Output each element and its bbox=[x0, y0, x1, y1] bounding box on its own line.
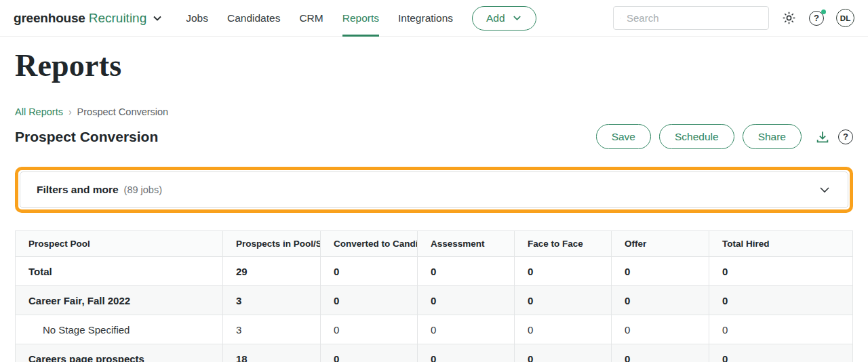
report-header-row: Prospect Conversion SaveScheduleShare ? bbox=[15, 124, 853, 149]
share-button[interactable]: Share bbox=[743, 124, 802, 149]
question-mark-icon: ? bbox=[838, 129, 853, 144]
value-cell: 29 bbox=[223, 257, 321, 286]
add-button-label: Add bbox=[486, 12, 505, 24]
report-help-icon[interactable]: ? bbox=[838, 129, 853, 144]
value-cell: 0 bbox=[418, 315, 515, 344]
action-buttons: SaveScheduleShare bbox=[596, 124, 802, 149]
value-cell: 0 bbox=[709, 315, 853, 344]
nav-item-candidates[interactable]: Candidates bbox=[227, 0, 280, 37]
add-button[interactable]: Add bbox=[472, 6, 536, 31]
value-cell: 0 bbox=[321, 257, 418, 286]
prospect-pool-cell: Total bbox=[16, 257, 223, 286]
filters-accordion[interactable]: Filters and more (89 jobs) bbox=[20, 172, 848, 208]
settings-gear-icon[interactable] bbox=[781, 10, 797, 26]
value-cell: 18 bbox=[223, 344, 321, 362]
nav-item-crm[interactable]: CRM bbox=[299, 0, 323, 37]
avatar-initials: DL bbox=[840, 14, 850, 22]
schedule-button[interactable]: Schedule bbox=[659, 124, 734, 149]
filters-job-count: (89 jobs) bbox=[124, 184, 162, 195]
value-cell: 0 bbox=[709, 286, 853, 315]
value-cell: 3 bbox=[223, 286, 321, 315]
table-row: Careers page prospects1800000 bbox=[16, 344, 853, 362]
value-cell: 0 bbox=[612, 344, 709, 362]
breadcrumb-all-reports[interactable]: All Reports bbox=[15, 106, 63, 117]
search-input[interactable] bbox=[627, 12, 762, 24]
column-header: Converted to Candi bbox=[321, 231, 418, 257]
value-cell: 3 bbox=[223, 315, 321, 344]
table-row: Total2900000 bbox=[16, 257, 853, 286]
column-header: Prospect Pool bbox=[16, 231, 223, 257]
filters-highlight-ring: Filters and more (89 jobs) bbox=[15, 167, 853, 213]
chevron-down-icon bbox=[512, 13, 522, 23]
search-box[interactable] bbox=[613, 6, 769, 30]
column-header: Face to Face bbox=[515, 231, 612, 257]
value-cell: 0 bbox=[515, 344, 612, 362]
notification-dot bbox=[821, 9, 826, 14]
column-header: Assessment bbox=[418, 231, 515, 257]
page-title: Reports bbox=[15, 47, 853, 83]
brand-product: Recruiting bbox=[89, 11, 147, 26]
report-title: Prospect Conversion bbox=[15, 129, 158, 145]
nav-item-integrations[interactable]: Integrations bbox=[398, 0, 453, 37]
value-cell: 0 bbox=[515, 315, 612, 344]
top-navigation: greenhouse Recruiting JobsCandidatesCRMR… bbox=[0, 0, 868, 37]
prospect-pool-cell: Careers page prospects bbox=[16, 344, 223, 362]
chevron-down-icon bbox=[152, 13, 163, 24]
prospect-conversion-table: Prospect PoolProspects in Pool/SConverte… bbox=[15, 230, 853, 362]
prospect-pool-cell: No Stage Specified bbox=[16, 315, 223, 344]
download-icon[interactable] bbox=[815, 129, 830, 144]
column-header: Total Hired bbox=[709, 231, 853, 257]
main-nav: JobsCandidatesCRMReportsIntegrations bbox=[186, 0, 453, 37]
value-cell: 0 bbox=[418, 344, 515, 362]
page-content: Reports All Reports › Prospect Conversio… bbox=[0, 47, 868, 362]
table-row: Career Fair, Fall 2022300000 bbox=[16, 286, 853, 315]
filters-label: Filters and more bbox=[37, 184, 119, 196]
chevron-right-icon: › bbox=[68, 106, 72, 117]
value-cell: 0 bbox=[515, 257, 612, 286]
value-cell: 0 bbox=[612, 315, 709, 344]
breadcrumb-current: Prospect Conversion bbox=[77, 106, 169, 117]
help-icon[interactable]: ? bbox=[809, 11, 824, 26]
value-cell: 0 bbox=[612, 286, 709, 315]
save-button[interactable]: Save bbox=[596, 124, 651, 149]
prospect-pool-cell: Career Fair, Fall 2022 bbox=[16, 286, 223, 315]
value-cell: 0 bbox=[612, 257, 709, 286]
breadcrumb: All Reports › Prospect Conversion bbox=[15, 106, 853, 117]
nav-item-jobs[interactable]: Jobs bbox=[186, 0, 208, 37]
table-row: No Stage Specified300000 bbox=[16, 315, 853, 344]
value-cell: 0 bbox=[709, 344, 853, 362]
table-header-row: Prospect PoolProspects in Pool/SConverte… bbox=[16, 231, 853, 257]
value-cell: 0 bbox=[709, 257, 853, 286]
column-header: Prospects in Pool/S bbox=[223, 231, 321, 257]
brand-name: greenhouse bbox=[14, 11, 85, 26]
nav-item-reports[interactable]: Reports bbox=[342, 0, 379, 37]
nav-right-cluster: ? DL bbox=[613, 6, 854, 30]
report-actions: SaveScheduleShare ? bbox=[596, 124, 853, 149]
value-cell: 0 bbox=[321, 315, 418, 344]
column-header: Offer bbox=[612, 231, 709, 257]
avatar[interactable]: DL bbox=[836, 9, 854, 27]
value-cell: 0 bbox=[321, 286, 418, 315]
brand-menu[interactable]: greenhouse Recruiting bbox=[14, 11, 163, 26]
chevron-down-icon[interactable] bbox=[818, 183, 831, 197]
value-cell: 0 bbox=[418, 286, 515, 315]
search-icon bbox=[620, 12, 621, 24]
value-cell: 0 bbox=[418, 257, 515, 286]
value-cell: 0 bbox=[515, 286, 612, 315]
value-cell: 0 bbox=[321, 344, 418, 362]
